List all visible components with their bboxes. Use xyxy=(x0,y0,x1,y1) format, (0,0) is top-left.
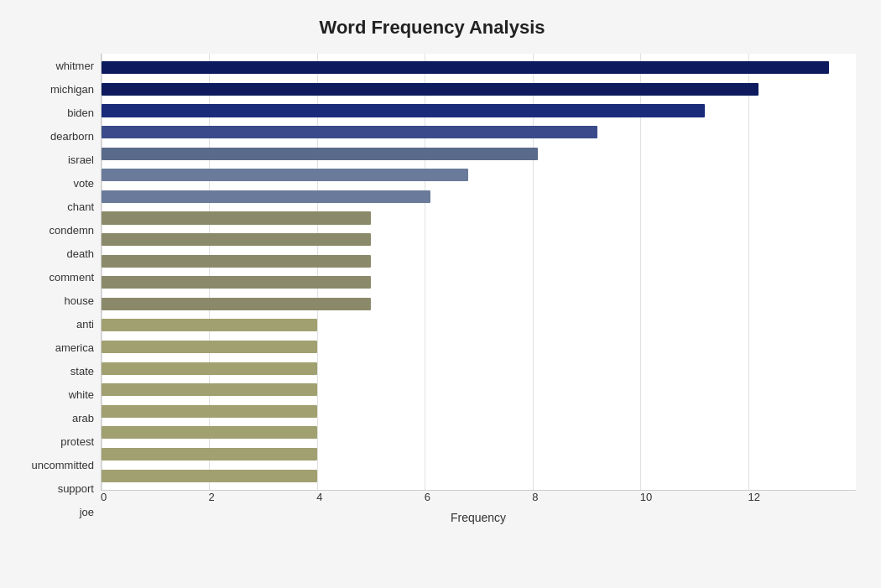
bars-area xyxy=(101,54,856,491)
bar-row xyxy=(102,122,856,143)
bar-row xyxy=(102,229,856,251)
bar xyxy=(102,383,317,396)
bar xyxy=(102,448,317,461)
y-label: whitmer xyxy=(55,60,94,71)
bar xyxy=(102,470,317,482)
bar xyxy=(102,405,317,418)
bar-row xyxy=(102,186,856,208)
bar-row xyxy=(102,422,856,444)
y-label: arab xyxy=(72,413,94,424)
bar xyxy=(102,211,371,224)
bar xyxy=(102,148,538,160)
bar xyxy=(102,341,317,353)
bar-row xyxy=(102,272,856,294)
chart-container: Word Frequency Analysis whitmermichiganb… xyxy=(0,0,881,588)
bar xyxy=(102,426,317,439)
y-label: death xyxy=(66,248,94,259)
y-label: israel xyxy=(68,154,94,165)
bar-row xyxy=(102,401,856,423)
y-label: condemn xyxy=(50,225,94,236)
x-axis: 024681012 Frequency xyxy=(101,491,856,524)
y-label: anti xyxy=(76,319,94,330)
y-label: dearborn xyxy=(50,131,94,142)
bar xyxy=(102,83,758,96)
y-label: uncommitted xyxy=(32,460,94,471)
y-label: protest xyxy=(60,436,94,447)
bars-and-x: 024681012 Frequency xyxy=(101,54,856,524)
bar xyxy=(102,276,371,289)
bar xyxy=(102,126,597,138)
y-label: biden xyxy=(67,107,94,118)
chart-area: whitmermichiganbidendearbornisraelvotech… xyxy=(8,54,856,524)
bar xyxy=(102,255,371,268)
bar-row xyxy=(102,444,856,466)
y-label: joe xyxy=(80,507,94,518)
bar-row xyxy=(102,357,856,379)
bar xyxy=(102,298,371,310)
bar-row xyxy=(102,250,856,272)
y-label: white xyxy=(69,389,94,400)
bar-row xyxy=(102,336,856,358)
bar xyxy=(102,319,317,331)
y-axis: whitmermichiganbidendearbornisraelvotech… xyxy=(8,54,101,524)
bar-row xyxy=(102,164,856,186)
bar-row xyxy=(102,379,856,401)
y-label: state xyxy=(70,366,94,377)
bar-row xyxy=(102,315,856,336)
bar-row xyxy=(102,294,856,315)
bar-row xyxy=(102,79,856,101)
bar-row xyxy=(102,57,856,79)
bar-rows xyxy=(102,54,856,490)
bar-row xyxy=(102,465,856,487)
y-label: chant xyxy=(67,201,94,212)
bar-row xyxy=(102,207,856,229)
bar xyxy=(102,104,705,117)
bar-row xyxy=(102,100,856,122)
x-axis-label: Frequency xyxy=(101,511,856,524)
chart-title: Word Frequency Analysis xyxy=(8,17,856,39)
y-label: house xyxy=(65,295,94,306)
bar xyxy=(102,169,468,181)
bar xyxy=(102,61,829,74)
y-label: vote xyxy=(73,178,94,189)
bar-row xyxy=(102,143,856,164)
y-label: michigan xyxy=(50,84,94,95)
bar xyxy=(102,362,317,375)
y-label: comment xyxy=(50,272,94,283)
y-label: america xyxy=(55,342,94,353)
bar xyxy=(102,233,371,246)
y-label: support xyxy=(58,483,94,494)
bar xyxy=(102,190,430,203)
